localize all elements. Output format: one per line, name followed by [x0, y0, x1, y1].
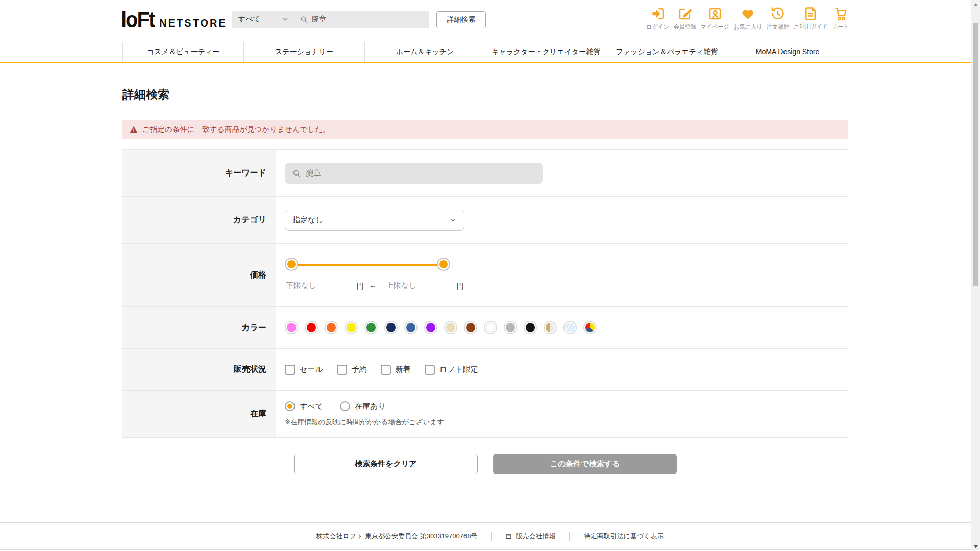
header-quick-links: ログイン 会員登録 マイページ お気に入り 注文履歴 ご利用ガイド カート: [646, 6, 849, 31]
cart-link[interactable]: カート: [832, 6, 849, 31]
order-history-icon: [770, 6, 786, 21]
slider-track[interactable]: [291, 264, 444, 266]
chevron-down-icon: [449, 216, 457, 224]
color-swatch-gold-silver[interactable]: [544, 321, 557, 334]
search-input-wrap: [293, 15, 429, 24]
status-checkbox-reservation[interactable]: 予約: [337, 365, 367, 375]
mypage-icon: [707, 6, 723, 21]
category-select[interactable]: 指定なし: [285, 210, 464, 231]
color-swatch-beige[interactable]: [444, 321, 457, 334]
guide-link[interactable]: ご利用ガイド: [794, 6, 828, 31]
status-checkbox-loft-limited[interactable]: ロフト限定: [425, 365, 478, 375]
color-row: カラー: [122, 306, 848, 348]
scrollbar-up-arrow[interactable]: [971, 0, 980, 9]
checkbox-icon: [337, 365, 347, 375]
header-search-input[interactable]: [312, 15, 423, 23]
radio-label: すべて: [300, 402, 323, 411]
price-row-label: 価格: [122, 244, 276, 306]
keyword-input[interactable]: [306, 169, 535, 178]
category-row-label: カテゴリ: [122, 197, 276, 243]
stock-row-label: 在庫: [122, 391, 276, 437]
color-swatch-pink[interactable]: [285, 321, 298, 334]
register-icon: [677, 6, 693, 21]
loft-netstore-logo[interactable]: loFt NETSTORE: [121, 8, 227, 31]
radio-icon: [340, 401, 350, 411]
mypage-link[interactable]: マイページ: [701, 6, 729, 31]
checkbox-label: 予約: [352, 365, 367, 374]
nav-item-home-kitchen[interactable]: ホーム＆キッチン: [364, 42, 485, 62]
price-min-input[interactable]: [285, 280, 348, 293]
checkbox-icon: [425, 365, 435, 375]
category-select-value: 指定なし: [292, 215, 324, 225]
favorites-link[interactable]: お気に入り: [733, 6, 762, 31]
color-swatch-orange[interactable]: [325, 321, 338, 334]
color-swatch-yellow[interactable]: [345, 321, 358, 334]
stock-radio-in-stock[interactable]: 在庫あり: [340, 401, 386, 411]
no-results-alert: ご指定の条件に一致する商品が見つかりませんでした。: [122, 120, 848, 139]
nav-item-stationery[interactable]: ステーショナリー: [243, 42, 364, 62]
login-link[interactable]: ログイン: [646, 6, 669, 31]
cart-label: カート: [832, 23, 849, 31]
nav-item-cosme-beauty[interactable]: コスメ＆ビューティー: [122, 42, 243, 62]
checkbox-icon: [381, 365, 391, 375]
color-swatch-gray[interactable]: [504, 321, 517, 334]
color-swatch-clear[interactable]: [564, 321, 577, 334]
color-swatch-black[interactable]: [524, 321, 537, 334]
chevron-down-icon: [282, 16, 289, 23]
stock-row: 在庫 すべて 在庫あり ※在庫情報の反映に時間がかかる場合がございます: [122, 390, 848, 438]
color-swatch-white[interactable]: [484, 321, 497, 334]
slider-handle-min[interactable]: [286, 259, 297, 270]
price-max-input[interactable]: [385, 280, 448, 293]
slider-handle-max[interactable]: [438, 259, 449, 270]
search-category-select[interactable]: すべて: [232, 11, 293, 28]
yen-unit-max: 円: [456, 282, 464, 291]
color-swatch-green[interactable]: [364, 321, 378, 334]
scrollbar-down-arrow[interactable]: [971, 542, 980, 551]
seller-info-link[interactable]: 販売会社情報: [491, 532, 569, 541]
color-swatch-brown[interactable]: [464, 321, 477, 334]
clear-conditions-button[interactable]: 検索条件をクリア: [294, 454, 478, 474]
commercial-law-link[interactable]: 特定商取引法に基づく表示: [569, 532, 677, 541]
seller-info-label: 販売会社情報: [516, 532, 555, 541]
keyword-row-label: キーワード: [122, 150, 276, 196]
nav-item-fashion-variety[interactable]: ファッション＆バラエティ雑貨: [606, 42, 727, 62]
price-range-slider: [285, 259, 450, 272]
commercial-law-label: 特定商取引法に基づく表示: [583, 532, 664, 541]
loft-logo-text: loFt: [121, 8, 154, 32]
order-history-label: 注文履歴: [767, 23, 789, 31]
status-checkbox-sale[interactable]: セール: [285, 365, 323, 375]
color-swatch-purple[interactable]: [424, 321, 437, 334]
order-history-link[interactable]: 注文履歴: [767, 6, 789, 31]
category-row: カテゴリ 指定なし: [122, 196, 848, 243]
register-label: 会員登録: [674, 23, 696, 31]
register-link[interactable]: 会員登録: [674, 6, 696, 31]
advanced-search-form: キーワード カテゴリ 指定なし 価格: [122, 149, 848, 438]
color-swatch-navy[interactable]: [384, 321, 398, 334]
favorites-label: お気に入り: [733, 23, 762, 31]
detail-search-button[interactable]: 詳細検索: [436, 11, 486, 28]
search-icon: [300, 15, 308, 24]
radio-label: 在庫あり: [355, 402, 386, 411]
stock-radio-all[interactable]: すべて: [285, 401, 323, 411]
color-swatch-list: [285, 321, 597, 334]
no-results-message: ご指定の条件に一致する商品が見つかりませんでした。: [142, 124, 330, 134]
favorites-heart-icon: [740, 6, 755, 21]
warning-icon: [130, 126, 138, 133]
status-checkbox-new[interactable]: 新着: [381, 365, 411, 375]
nav-item-moma-design-store[interactable]: MoMA Design Store: [727, 42, 848, 62]
sales-status-row-label: 販売状況: [122, 349, 276, 390]
guide-document-icon: [803, 6, 818, 21]
checkbox-label: 新着: [396, 365, 411, 374]
company-registration-text: 株式会社ロフト 東京都公安委員会 第303319700768号: [303, 532, 492, 541]
scrollbar-thumb[interactable]: [973, 23, 978, 286]
vertical-scrollbar[interactable]: [971, 0, 980, 551]
search-submit-button[interactable]: この条件で検索する: [493, 454, 677, 474]
form-actions: 検索条件をクリア この条件で検索する: [122, 454, 848, 474]
color-swatch-blue[interactable]: [404, 321, 418, 334]
nav-item-character-creator[interactable]: キャラクター・クリエイター雑貨: [485, 42, 606, 62]
color-swatch-multicolor[interactable]: [583, 321, 597, 334]
login-label: ログイン: [646, 23, 669, 31]
search-icon: [292, 169, 301, 178]
color-swatch-red[interactable]: [305, 321, 318, 334]
yen-unit-min: 円: [356, 282, 364, 291]
